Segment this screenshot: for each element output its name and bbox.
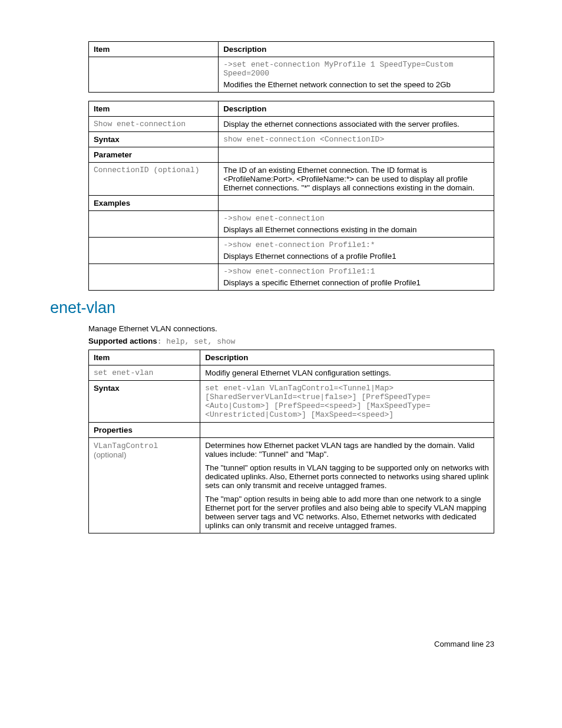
cell-example1: ->show enet-connection Displays all Ethe… (219, 211, 494, 238)
section-heading-enet-vlan: enet-vlan (50, 299, 494, 317)
cell-empty (219, 147, 494, 163)
header-item: Item (89, 350, 200, 365)
cell-vlantagcontrol: VLanTagControl (optional) (89, 438, 200, 533)
table-enet-connection-set-continued: Item Description ->set enet-connection M… (88, 41, 494, 93)
cell-syntax-label: Syntax (89, 132, 219, 147)
desc-ex2: Displays Ethernet connections of a profi… (223, 252, 489, 261)
desc-para1: Determines how Ethernet packet VLAN tags… (205, 441, 489, 459)
cell-set-vlan-desc: Modifiy general Ethernet VLAN configurat… (200, 365, 494, 381)
code-set-enet: ->set enet-connection MyProfile 1 SpeedT… (223, 60, 489, 78)
code-ex3: ->show enet-connection Profile1:1 (223, 267, 489, 276)
header-item: Item (89, 101, 219, 117)
header-description: Description (219, 101, 494, 117)
cell-example: ->set enet-connection MyProfile 1 SpeedT… (219, 57, 494, 93)
code-ex2: ->show enet-connection Profile1:* (223, 241, 489, 249)
desc-para2: The "tunnel" option results in VLAN tagg… (205, 463, 489, 490)
header-description: Description (200, 350, 494, 365)
header-item: Item (89, 42, 219, 57)
header-description: Description (219, 42, 494, 57)
cell-parameter-label: Parameter (89, 147, 219, 163)
table-show-enet-connection: Item Description Show enet-connection Di… (88, 101, 494, 291)
cell-connectionid: ConnectionID (optional) (89, 163, 219, 196)
desc-ex3: Displays a specific Ethernet connection … (223, 278, 489, 287)
supported-actions: Supported actions: help, set, show (88, 337, 494, 346)
cell-empty (89, 57, 219, 93)
section-description: Manage Ethernet VLAN connections. (88, 324, 494, 333)
cell-empty (219, 196, 494, 211)
cell-show-desc: Display the ethernet connections associa… (219, 117, 494, 132)
supported-values: : help, set, show (157, 337, 236, 346)
code-ex1: ->show enet-connection (223, 214, 489, 223)
cell-properties-label: Properties (89, 423, 200, 438)
cell-syntax-label: Syntax (89, 381, 200, 423)
cell-set-vlan: set enet-vlan (89, 365, 200, 381)
desc-para3: The "map" option results in being able t… (205, 495, 489, 530)
cell-empty (89, 238, 219, 264)
cell-connectionid-desc: The ID of an existing Ethernet connectio… (219, 163, 494, 196)
prop-name: VLanTagControl (94, 442, 158, 450)
table-set-enet-vlan: Item Description set enet-vlan Modifiy g… (88, 350, 494, 533)
cell-example3: ->show enet-connection Profile1:1 Displa… (219, 264, 494, 291)
cell-example2: ->show enet-connection Profile1:* Displa… (219, 238, 494, 264)
cell-empty (89, 211, 219, 238)
desc-set-enet: Modifies the Ethernet network connection… (223, 80, 489, 89)
cell-show-cmd: Show enet-connection (89, 117, 219, 132)
cell-empty (200, 423, 494, 438)
prop-optional: (optional) (94, 450, 126, 459)
cell-empty (89, 264, 219, 291)
cell-syntax-value: show enet-connection <ConnectionID> (219, 132, 494, 147)
supported-label: Supported actions (88, 337, 157, 345)
cell-examples-label: Examples (89, 196, 219, 211)
cell-vlantagcontrol-desc: Determines how Ethernet packet VLAN tags… (200, 438, 494, 533)
page-footer: Command line 23 (88, 640, 494, 648)
desc-ex1: Displays all Ethernet connections existi… (223, 225, 489, 234)
cell-syntax-value: set enet-vlan VLanTagControl=<Tunnel|Map… (200, 381, 494, 423)
